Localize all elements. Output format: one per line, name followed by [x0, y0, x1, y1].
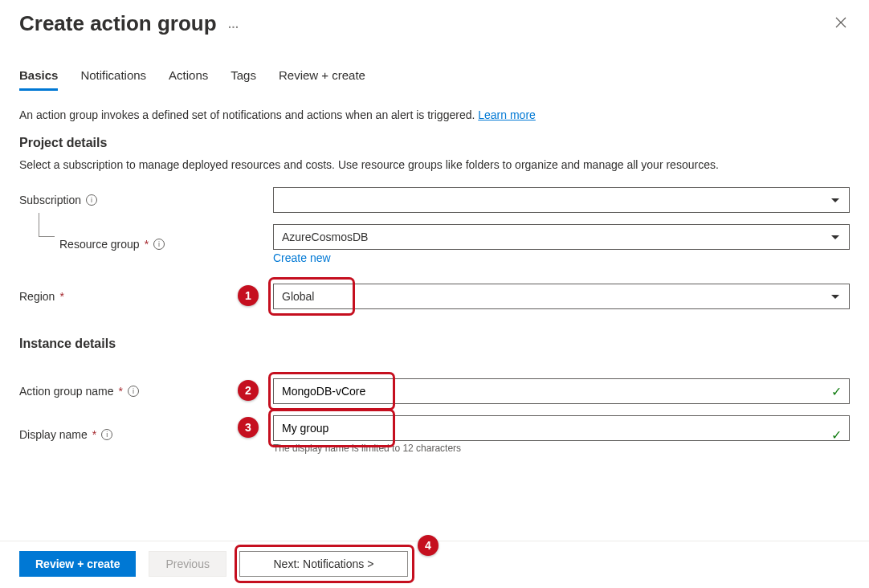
region-label: Region * [19, 290, 273, 303]
subscription-input-area [273, 187, 850, 213]
action-group-name-label: Action group name * i [19, 385, 273, 398]
chevron-down-icon [831, 198, 839, 202]
subscription-label-text: Subscription [19, 194, 81, 206]
action-group-name-input[interactable] [273, 378, 850, 404]
more-icon[interactable]: … [228, 18, 241, 31]
create-new-link[interactable]: Create new [273, 251, 850, 264]
review-create-button[interactable]: Review + create [19, 551, 136, 577]
callout-4: 4 [418, 535, 439, 556]
page-title: Create action group … [19, 11, 241, 36]
display-name-helper: The display name is limited to 12 charac… [273, 443, 850, 454]
subscription-row: Subscription i [19, 187, 850, 213]
display-name-label-text: Display name [19, 428, 88, 441]
required-asterisk: * [59, 290, 63, 303]
check-icon: ✓ [831, 384, 842, 399]
callout-3: 3 [238, 417, 259, 438]
footer: Review + create Previous Next: Notificat… [0, 541, 869, 588]
tab-tags[interactable]: Tags [231, 68, 256, 91]
chevron-down-icon [831, 235, 839, 239]
instance-details-heading: Instance details [19, 337, 850, 351]
info-icon[interactable]: i [128, 386, 139, 397]
tree-connector [39, 213, 55, 237]
content: An action group invokes a defined set of… [0, 91, 869, 454]
action-group-name-label-text: Action group name [19, 385, 114, 398]
region-row: Region * Global 1 [19, 284, 850, 309]
required-asterisk: * [92, 428, 96, 441]
subscription-label: Subscription i [19, 194, 273, 206]
next-notifications-button[interactable]: Next: Notifications > [239, 551, 408, 577]
resource-group-input-area: AzureCosmosDB Create new [273, 224, 850, 264]
resource-group-value: AzureCosmosDB [282, 231, 368, 243]
tab-basics[interactable]: Basics [19, 68, 58, 91]
resource-group-row: Resource group * i AzureCosmosDB Create … [19, 224, 850, 264]
previous-button[interactable]: Previous [149, 551, 226, 577]
display-name-label: Display name * i [19, 428, 273, 441]
action-group-name-row: Action group name * i ✓ 2 [19, 378, 850, 404]
resource-group-select[interactable]: AzureCosmosDB [273, 224, 850, 250]
subscription-select[interactable] [273, 187, 850, 213]
region-label-text: Region [19, 290, 55, 303]
region-select[interactable]: Global [273, 284, 850, 309]
project-details-sub: Select a subscription to manage deployed… [19, 158, 850, 171]
tab-review-create[interactable]: Review + create [279, 68, 365, 91]
header: Create action group … [0, 0, 869, 36]
chevron-down-icon [831, 295, 839, 299]
close-icon[interactable] [832, 14, 850, 35]
tab-actions[interactable]: Actions [169, 68, 208, 91]
next-button-wrap: Next: Notifications > 4 [239, 551, 408, 577]
region-value: Global [282, 290, 314, 303]
project-details-heading: Project details [19, 136, 850, 150]
info-icon[interactable]: i [86, 194, 97, 206]
tabs: Basics Notifications Actions Tags Review… [0, 36, 869, 91]
region-input-area: Global 1 [273, 284, 850, 309]
description-body: An action group invokes a defined set of… [19, 108, 478, 121]
resource-group-label: Resource group * i [19, 238, 273, 251]
tab-notifications[interactable]: Notifications [80, 68, 146, 91]
required-asterisk: * [145, 238, 149, 251]
display-name-row: Display name * i ✓ The display name is l… [19, 415, 850, 454]
check-icon: ✓ [831, 427, 842, 443]
required-asterisk: * [119, 385, 123, 398]
info-icon[interactable]: i [153, 239, 165, 250]
display-name-input-area: ✓ The display name is limited to 12 char… [273, 415, 850, 454]
instance-details-section: Instance details Action group name * i ✓… [19, 337, 850, 454]
title-text: Create action group [19, 11, 217, 36]
resource-group-label-text: Resource group [59, 238, 140, 251]
action-group-name-input-area: ✓ 2 [273, 378, 850, 404]
learn-more-link[interactable]: Learn more [478, 108, 536, 121]
description-text: An action group invokes a defined set of… [19, 108, 850, 121]
info-icon[interactable]: i [101, 429, 112, 440]
callout-1: 1 [238, 285, 259, 306]
display-name-input[interactable] [273, 415, 850, 441]
callout-2: 2 [238, 380, 259, 401]
